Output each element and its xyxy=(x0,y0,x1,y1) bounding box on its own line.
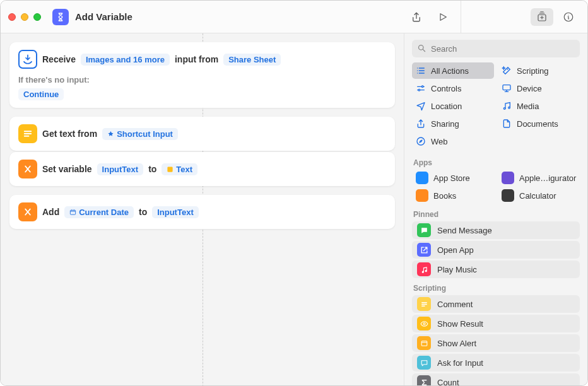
pinned-section-label: Pinned xyxy=(404,206,587,221)
action-list-item[interactable]: Comment xyxy=(412,295,580,313)
svg-point-5 xyxy=(421,86,423,88)
window-controls xyxy=(8,13,41,21)
to-label: to xyxy=(148,164,156,174)
add-target-token[interactable]: InputText xyxy=(152,206,199,218)
app-item[interactable]: Books xyxy=(412,187,494,204)
variable-icon xyxy=(18,202,37,221)
wand-icon xyxy=(502,66,512,76)
variable-icon xyxy=(18,160,37,178)
scripting-section-label: Scripting xyxy=(404,280,587,295)
category-controls[interactable]: Controls xyxy=(412,80,494,96)
action-list-item[interactable]: Show Alert xyxy=(412,334,580,352)
safari-icon xyxy=(416,136,426,146)
category-device[interactable]: Device xyxy=(498,80,580,96)
message-icon xyxy=(417,223,431,237)
open-icon xyxy=(417,243,431,257)
no-input-action-token[interactable]: Continue xyxy=(18,88,64,100)
location-icon xyxy=(416,101,426,111)
category-web[interactable]: Web xyxy=(412,133,494,149)
info-button[interactable] xyxy=(557,8,580,26)
variable-value-token[interactable]: Text xyxy=(162,163,197,175)
category-scripting[interactable]: Scripting xyxy=(498,62,580,79)
receive-action-card[interactable]: Receive Images and 16 more input from Sh… xyxy=(9,42,395,108)
search-input[interactable] xyxy=(412,40,580,57)
action-list-item[interactable]: Send Message xyxy=(412,221,580,239)
eye-icon xyxy=(417,317,431,330)
svg-point-4 xyxy=(419,45,424,50)
category-location[interactable]: Location xyxy=(412,98,494,114)
svg-point-6 xyxy=(418,89,420,91)
scripting-list: CommentShow ResultShow AlertAsk for Inpu… xyxy=(404,295,587,386)
category-sharing[interactable]: Sharing xyxy=(412,115,494,132)
titlebar: Add Variable xyxy=(1,1,587,33)
page-title: Add Variable xyxy=(75,11,405,22)
share-icon xyxy=(416,119,426,129)
workflow-editor[interactable]: Receive Images and 16 more input from Sh… xyxy=(1,33,404,386)
svg-rect-12 xyxy=(421,341,427,346)
svg-point-11 xyxy=(423,322,425,324)
category-documents[interactable]: Documents xyxy=(498,115,580,132)
receive-label: Receive xyxy=(42,54,76,64)
search-icon xyxy=(417,44,426,53)
shortcut-input-token[interactable]: Shortcut Input xyxy=(102,128,178,140)
get-text-action-card[interactable]: Get text from Shortcut Input xyxy=(9,117,395,151)
svg-point-9 xyxy=(509,107,510,108)
action-library-sidebar: All ActionsScriptingControlsDeviceLocati… xyxy=(404,33,587,386)
svg-point-10 xyxy=(417,137,425,145)
set-variable-label: Set variable xyxy=(42,164,92,174)
add-to-label: to xyxy=(139,207,147,217)
variable-name-token[interactable]: InputText xyxy=(97,163,144,175)
category-all-actions[interactable]: All Actions xyxy=(412,62,494,79)
action-list-item[interactable]: Open App xyxy=(412,241,580,259)
app-icon xyxy=(416,172,428,184)
app-item[interactable]: App Store xyxy=(412,170,494,186)
app-icon xyxy=(502,189,514,202)
window-icon xyxy=(417,336,431,350)
category-media[interactable]: Media xyxy=(498,98,580,114)
library-button[interactable] xyxy=(531,8,553,26)
desktop-icon xyxy=(502,83,512,93)
add-to-variable-action-card[interactable]: Add Current Date to InputText xyxy=(9,195,395,229)
action-list-item[interactable]: Play Music xyxy=(412,260,580,278)
apps-grid: App StoreApple…iguratorBooksCalculator xyxy=(404,170,587,206)
share-button[interactable] xyxy=(405,8,428,26)
category-grid: All ActionsScriptingControlsDeviceLocati… xyxy=(404,62,587,155)
receive-icon xyxy=(18,50,37,69)
action-list-item[interactable]: Show Result xyxy=(412,315,580,332)
svg-rect-2 xyxy=(168,167,173,172)
svg-rect-7 xyxy=(503,85,510,90)
sigma-icon xyxy=(417,375,431,386)
music-icon xyxy=(417,262,431,276)
music-icon xyxy=(502,101,512,111)
text-icon xyxy=(18,124,37,143)
get-text-label: Get text from xyxy=(42,129,97,139)
sliders-icon xyxy=(416,83,426,93)
app-item[interactable]: Apple…igurator xyxy=(498,170,580,186)
chat-icon xyxy=(417,356,431,370)
from-label: input from xyxy=(175,54,218,64)
minimize-button[interactable] xyxy=(21,13,28,21)
app-icon xyxy=(502,172,514,184)
maximize-button[interactable] xyxy=(33,13,41,21)
shortcut-icon xyxy=(52,9,69,25)
lines-icon xyxy=(417,297,431,311)
list-icon xyxy=(416,66,426,76)
action-list-item[interactable]: Count xyxy=(412,373,580,386)
no-input-label: If there's no input: xyxy=(18,75,90,85)
input-source-token[interactable]: Share Sheet xyxy=(223,54,281,66)
app-item[interactable]: Calculator xyxy=(498,187,580,204)
svg-rect-3 xyxy=(71,210,76,214)
doc-icon xyxy=(502,119,512,129)
set-variable-action-card[interactable]: Set variable InputText to Text xyxy=(9,152,395,186)
pinned-list: Send MessageOpen AppPlay Music xyxy=(404,221,587,280)
add-label: Add xyxy=(42,207,59,217)
run-button[interactable] xyxy=(432,8,454,26)
search-field-wrap xyxy=(412,40,580,57)
svg-point-8 xyxy=(503,108,505,110)
close-button[interactable] xyxy=(8,13,16,21)
apps-section-label: Apps xyxy=(404,155,587,170)
action-list-item[interactable]: Ask for Input xyxy=(412,354,580,371)
add-value-token[interactable]: Current Date xyxy=(64,206,134,218)
app-icon xyxy=(416,189,428,202)
input-types-token[interactable]: Images and 16 more xyxy=(81,54,170,66)
